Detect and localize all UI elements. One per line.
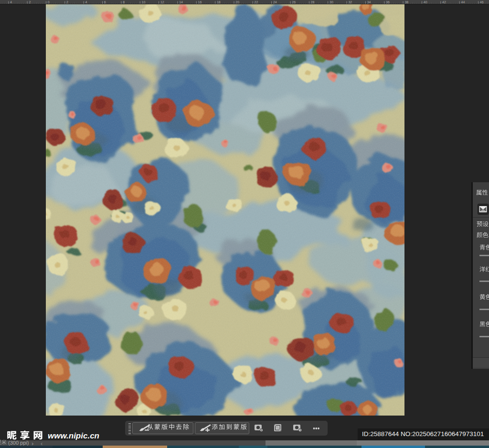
svg-text:28: 28 — [311, 0, 315, 4]
svg-text:40: 40 — [424, 0, 427, 4]
svg-text:34: 34 — [367, 0, 371, 4]
svg-text:24: 24 — [273, 0, 277, 4]
svg-text:30: 30 — [330, 0, 333, 4]
svg-text:6: 6 — [104, 0, 106, 4]
svg-text:14: 14 — [179, 0, 183, 4]
svg-text:2: 2 — [66, 0, 68, 4]
svg-text:36: 36 — [386, 0, 390, 4]
svg-text:10: 10 — [142, 0, 146, 4]
svg-text:12: 12 — [160, 0, 164, 4]
svg-text:42: 42 — [442, 0, 446, 4]
svg-text:2: 2 — [29, 0, 31, 4]
svg-text:32: 32 — [348, 0, 352, 4]
svg-text:44: 44 — [461, 0, 465, 4]
svg-text:46: 46 — [480, 0, 484, 4]
svg-text:38: 38 — [404, 0, 408, 4]
svg-text:0: 0 — [48, 0, 50, 4]
svg-text:16: 16 — [198, 0, 202, 4]
svg-text:20: 20 — [235, 0, 239, 4]
svg-text:4: 4 — [85, 0, 87, 4]
svg-text:8: 8 — [123, 0, 125, 4]
svg-text:26: 26 — [292, 0, 296, 4]
svg-text:4: 4 — [10, 0, 12, 4]
svg-text:18: 18 — [217, 0, 221, 4]
svg-text:22: 22 — [255, 0, 258, 4]
